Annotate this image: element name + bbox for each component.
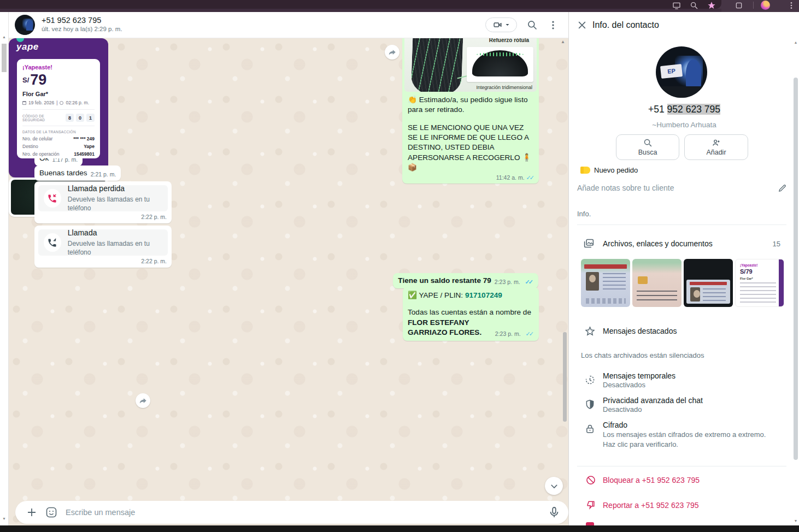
search-in-chat-button[interactable]: Busca [616, 134, 679, 160]
call-subtitle: Devuelve las llamadas en tu teléfono [68, 195, 168, 212]
chat-scrollbar-thumb[interactable] [563, 332, 567, 422]
message-composer[interactable]: Escribe un mensaje [15, 501, 568, 524]
bookmark-star-icon[interactable] [707, 1, 716, 10]
edit-notes-icon[interactable] [778, 184, 787, 193]
extensions-icon[interactable] [735, 1, 743, 10]
contact-phone-number[interactable]: +51 952 623 795 [569, 104, 799, 115]
forward-message-button[interactable] [385, 45, 400, 60]
browser-omnibox-area [0, 0, 721, 9]
read-receipt-icon: ✓✓ [526, 330, 534, 338]
id-card-photo [586, 272, 599, 291]
block-icon [585, 475, 596, 486]
scroll-up-arrow-icon[interactable]: ▲ [2, 35, 7, 39]
receipt-card: ¡Yapeaste! S/ 79 Flor Gar* 19 feb. 2026 … [17, 59, 100, 158]
image-inset-panel [467, 47, 533, 82]
browser-search-icon[interactable] [690, 1, 698, 10]
media-thumbnails[interactable]: ¡Yapeaste! S/79 Flor Gar* [581, 259, 784, 307]
receipt-row-value: 15459801 [74, 151, 95, 157]
scroll-down-arrow-icon[interactable]: ▼ [2, 517, 7, 521]
disappearing-messages-item[interactable]: Mensajes temporales [603, 371, 675, 380]
chat-scroll-up-icon[interactable]: ▲ [561, 39, 565, 44]
message-order-status[interactable]: Refuerzo rótula Integración tridimension… [402, 38, 539, 184]
emoji-sticker-icon[interactable] [45, 506, 58, 519]
message-text-line1: ✅ YAPE / PLIN: [408, 291, 463, 299]
yape-receipt-image[interactable]: yape ¡Yapeaste! S/ 79 Flor Gar* 19 feb. … [9, 38, 108, 178]
media-thumb-id-card-front[interactable] [581, 259, 630, 307]
message-text-line3: FLOR ESTEFANY GARRIAZO FLORES. [408, 318, 492, 338]
encryption-description: Los mensajes están cifrados de extremo a… [603, 430, 777, 449]
payment-number-link[interactable]: 917107249 [465, 291, 502, 299]
receipt-title: ¡Yapeaste! [22, 64, 95, 70]
forward-arrow-icon [388, 48, 396, 56]
contact-profile-photo[interactable]: EP [656, 46, 707, 98]
install-app-icon[interactable] [672, 1, 681, 10]
message-greeting[interactable]: Buenas tardes 2:21 p. m. [34, 165, 121, 181]
attach-plus-icon[interactable] [25, 506, 38, 519]
chat-search-icon[interactable] [527, 20, 538, 31]
panel-scrollbar-thumb[interactable] [794, 78, 798, 460]
disappearing-messages-icon [584, 374, 596, 386]
close-panel-icon[interactable] [577, 20, 588, 31]
media-thumb-yape-receipt[interactable]: ¡Yapeaste! S/79 Flor Gar* [735, 259, 784, 307]
call-card[interactable]: Llamada Devuelve las llamadas en tu telé… [34, 226, 172, 268]
knee-sleeve-image [411, 38, 464, 92]
call-title: Llamada [68, 228, 168, 238]
call-card-inner[interactable]: Llamada Devuelve las llamadas en tu telé… [38, 229, 168, 256]
add-contact-button[interactable]: Añadir [684, 134, 748, 160]
yape-logo: yape [16, 42, 39, 52]
security-code-digit: 8 [66, 114, 74, 122]
page-left-scrollbar[interactable]: ▲ ▼ [0, 12, 9, 525]
chat-header[interactable]: +51 952 623 795 últ. vez hoy a la(s) 2:2… [9, 12, 568, 38]
chat-contact-avatar[interactable] [15, 15, 35, 35]
section-divider [577, 224, 786, 225]
id-card-chip [638, 276, 648, 284]
product-image[interactable]: Refuerzo rótula Integración tridimension… [404, 38, 537, 92]
forward-message-button[interactable] [136, 393, 150, 408]
security-code-label: CÓDIGO DE SEGURIDAD [22, 114, 66, 122]
receipt-row-value: Yape [84, 144, 95, 149]
call-card-inner[interactable]: Llamada perdida Devuelve las llamadas en… [38, 185, 168, 211]
chat-contact-name[interactable]: +51 952 623 795 [42, 16, 101, 25]
phone-selected-text: 952 623 795 [667, 104, 720, 115]
media-count[interactable]: 15 [773, 240, 780, 248]
missed-call-card[interactable]: Llamada perdida Devuelve las llamadas en… [34, 181, 172, 223]
left-scrollbar-thumb[interactable] [2, 44, 7, 72]
media-section-label[interactable]: Archivos, enlaces y documentos [603, 239, 713, 248]
order-tag-label[interactable]: Nuevo pedido [594, 166, 638, 174]
id-card-mrz-lines [637, 291, 677, 303]
media-thumb-id-card-photo[interactable] [684, 259, 733, 307]
person-add-icon [712, 138, 721, 147]
id-card-header [690, 282, 727, 285]
archived-chats-note: Los chats archivados están silenciados [581, 351, 704, 359]
message-input[interactable]: Escribe un mensaje [66, 508, 548, 517]
browser-menu-icon[interactable] [787, 1, 796, 10]
client-notes-placeholder[interactable]: Añade notas sobre tu cliente [577, 184, 674, 192]
thumb-receipt-title: ¡Yapeaste! [740, 263, 758, 267]
message-balance[interactable]: Tiene un saldo restante 79 2:23 p. m. ✓✓ [393, 273, 538, 288]
advanced-privacy-status: Desactivado [603, 405, 642, 413]
browser-profile-avatar[interactable] [761, 1, 770, 10]
receipt-row-label: Nro. de celular [22, 136, 52, 141]
id-card-header [584, 264, 627, 269]
transaction-data-label: DATOS DE LA TRANSACCIÓN [22, 130, 95, 134]
microphone-icon[interactable] [548, 506, 561, 519]
chat-message-list[interactable]: ▲ Refuerzo rótula Integración tridimensi… [9, 38, 568, 525]
block-contact-item[interactable]: Bloquear a +51 952 623 795 [603, 476, 700, 484]
video-call-button[interactable] [485, 17, 517, 32]
report-contact-item[interactable]: Reportar a +51 952 623 795 [603, 501, 699, 510]
message-time: 2:22 p. m. [141, 257, 167, 265]
chat-menu-icon[interactable] [548, 20, 559, 31]
star-icon [584, 326, 596, 337]
scroll-to-bottom-button[interactable] [545, 477, 563, 495]
media-files-icon [583, 238, 595, 249]
encryption-item[interactable]: Cifrado [603, 421, 627, 429]
starred-messages-item[interactable]: Mensajes destacados [603, 327, 677, 335]
panel-scroll-down-icon[interactable]: ▼ [793, 519, 798, 523]
message-accounts[interactable]: ✅ YAPE / PLIN: 917107249 Todas las cuent… [403, 287, 539, 341]
message-time: 2:23 p. m. [495, 330, 521, 338]
panel-scrollbar[interactable]: ▲ ▼ [793, 39, 798, 524]
media-thumb-id-card-back[interactable] [632, 259, 682, 307]
advanced-privacy-item[interactable]: Privacidad avanzada del chat [603, 396, 703, 405]
search-button-label: Busca [638, 149, 657, 156]
panel-scroll-up-icon[interactable]: ▲ [793, 40, 798, 44]
